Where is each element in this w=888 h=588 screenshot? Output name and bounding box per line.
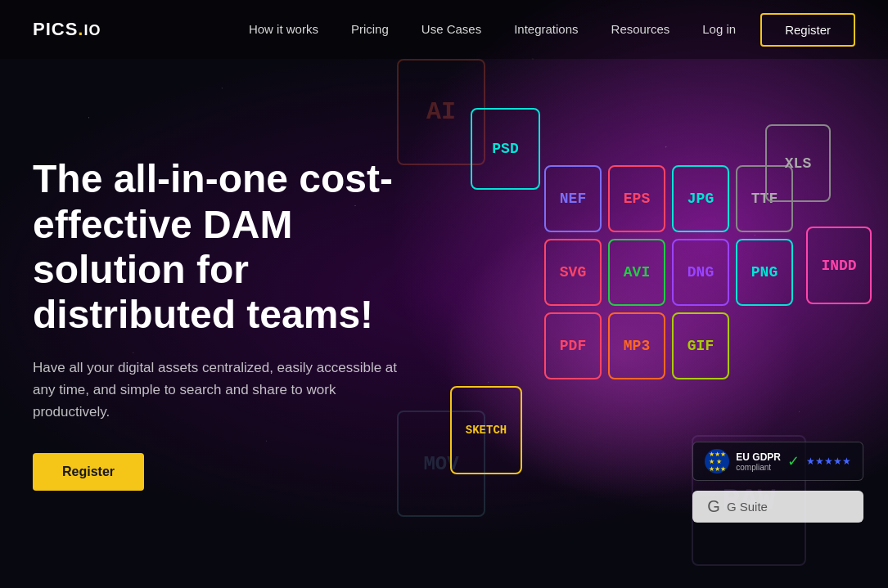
nav-item-resources[interactable]: Resources	[611, 22, 670, 37]
badges-area: ★★★★ ★★★★ EU GDPR compliant ✓ ★★★★★ G G …	[692, 442, 863, 523]
gdpr-check-icon: ✓	[787, 452, 800, 470]
gsuite-badge: G G Suite	[692, 491, 863, 523]
gdpr-title: EU GDPR	[736, 451, 781, 463]
nav-link-how-it-works[interactable]: How it works	[249, 22, 318, 36]
hero-title: The all-in-one cost-effective DAM soluti…	[33, 156, 426, 337]
nav-links: How it works Pricing Use Cases Integrati…	[249, 22, 736, 37]
gdpr-subtitle: compliant	[736, 463, 781, 472]
register-nav-button[interactable]: Register	[760, 13, 855, 47]
register-hero-button[interactable]: Register	[33, 453, 144, 491]
google-g-icon: G	[707, 497, 720, 516]
logo-io: IO	[83, 22, 101, 38]
nav-link-pricing[interactable]: Pricing	[351, 22, 389, 36]
gsuite-label: G Suite	[727, 500, 768, 514]
nav-item-how-it-works[interactable]: How it works	[249, 22, 318, 37]
logo[interactable]: PICS.IO	[33, 19, 101, 40]
nav-item-integrations[interactable]: Integrations	[514, 22, 578, 37]
nav-link-integrations[interactable]: Integrations	[514, 22, 578, 36]
hero-subtitle: Have all your digital assets centralized…	[33, 357, 409, 424]
gdpr-badge: ★★★★ ★★★★ EU GDPR compliant ✓ ★★★★★	[692, 442, 863, 481]
logo-text: PICS.IO	[33, 19, 101, 40]
nav-item-use-cases[interactable]: Use Cases	[421, 22, 481, 37]
nav-link-login[interactable]: Log in	[702, 22, 736, 36]
nav-link-use-cases[interactable]: Use Cases	[421, 22, 481, 36]
nav-link-resources[interactable]: Resources	[611, 22, 670, 36]
nav-item-pricing[interactable]: Pricing	[351, 22, 389, 37]
navbar: PICS.IO How it works Pricing Use Cases I…	[0, 0, 888, 59]
gdpr-stars-icon: ★★★★★	[806, 456, 851, 467]
logo-text-pics: PICS	[33, 19, 78, 39]
nav-item-login[interactable]: Log in	[702, 22, 736, 37]
hero-section: The all-in-one cost-effective DAM soluti…	[33, 156, 426, 490]
eu-flag-icon: ★★★★ ★★★★	[705, 449, 729, 474]
gdpr-text: EU GDPR compliant	[736, 451, 781, 472]
